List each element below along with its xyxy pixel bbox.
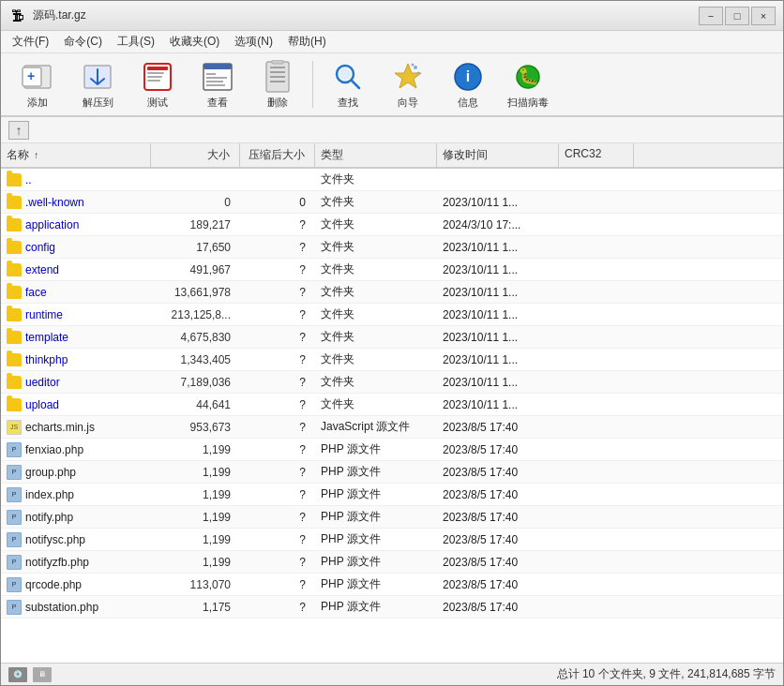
view-icon: [201, 60, 234, 94]
col-header-size[interactable]: 大小: [151, 143, 240, 167]
file-packed-cell: ?: [240, 373, 315, 392]
up-button[interactable]: ↑: [8, 121, 29, 140]
menu-item-收藏夹(O)[interactable]: 收藏夹(O): [162, 32, 227, 52]
file-type-cell: PHP 源文件: [315, 506, 437, 528]
toolbar-btn-virus[interactable]: 🐛扫描病毒: [499, 57, 557, 112]
test-icon: [141, 60, 174, 94]
menu-item-文件(F)[interactable]: 文件(F): [5, 32, 56, 52]
file-modified-cell: 2023/10/11 1...: [437, 261, 559, 279]
table-row[interactable]: thinkphp1,343,405?文件夹2023/10/11 1...: [1, 349, 783, 371]
file-crc-cell: [559, 290, 634, 295]
file-packed-cell: ?: [240, 238, 315, 257]
menu-item-选项(N)[interactable]: 选项(N): [227, 32, 280, 52]
table-row[interactable]: Pfenxiao.php1,199?PHP 源文件2023/8/5 17:40: [1, 439, 783, 461]
table-row[interactable]: upload44,641?文件夹2023/10/11 1...: [1, 394, 783, 416]
file-name-cell: Psubstation.php: [1, 597, 151, 618]
wizard-icon: [391, 60, 425, 94]
toolbar-btn-wizard[interactable]: 向导: [379, 57, 437, 112]
toolbar-btn-find[interactable]: 查找: [319, 57, 377, 112]
svg-rect-5: [147, 67, 168, 70]
svg-point-23: [339, 68, 351, 80]
find-icon: [331, 60, 365, 94]
col-header-modified[interactable]: 修改时间: [437, 143, 559, 167]
file-packed-cell: ?: [240, 283, 315, 302]
extract-icon: [81, 60, 114, 94]
table-row[interactable]: .well-known00文件夹2023/10/11 1...: [1, 191, 783, 214]
toolbar-btn-delete[interactable]: 删除: [249, 57, 307, 112]
file-modified-cell: 2023/8/5 17:40: [437, 440, 559, 459]
file-type-cell: 文件夹: [315, 214, 437, 235]
maximize-button[interactable]: □: [725, 7, 749, 25]
table-row[interactable]: Pnotifyzfb.php1,199?PHP 源文件2023/8/5 17:4…: [1, 551, 783, 574]
file-list-container[interactable]: 名称 ↑ 大小 压缩后大小 类型 修改时间 CRC32 ..文件夹.well-k…: [1, 143, 783, 663]
table-row[interactable]: JSecharts.min.js953,673?JavaScript 源文件20…: [1, 416, 783, 439]
file-crc-cell: [559, 582, 634, 588]
file-name-text: index.php: [25, 488, 74, 501]
table-row[interactable]: Pgroup.php1,199?PHP 源文件2023/8/5 17:40: [1, 461, 783, 484]
toolbar-btn-extract[interactable]: 解压到: [68, 57, 127, 112]
table-row[interactable]: extend491,967?文件夹2023/10/11 1...: [1, 259, 783, 281]
table-row[interactable]: Pnotify.php1,199?PHP 源文件2023/8/5 17:40: [1, 506, 783, 529]
col-header-type[interactable]: 类型: [315, 143, 437, 167]
table-row[interactable]: application189,217?文件夹2024/3/10 17:...: [1, 214, 783, 236]
folder-icon: [7, 286, 22, 299]
close-button[interactable]: ×: [751, 7, 776, 25]
toolbar-label-delete: 删除: [267, 96, 288, 110]
file-name-text: notify.php: [25, 511, 73, 524]
menu-item-命令(C)[interactable]: 命令(C): [56, 32, 110, 52]
drive-usb-icon[interactable]: 🖥: [33, 667, 52, 682]
file-size-cell: 1,199: [151, 463, 240, 482]
file-type-cell: PHP 源文件: [315, 574, 437, 595]
table-row[interactable]: Pnotifysc.php1,199?PHP 源文件2023/8/5 17:40: [1, 529, 783, 551]
col-header-name[interactable]: 名称 ↑: [1, 143, 151, 167]
table-row[interactable]: Pqrcode.php113,070?PHP 源文件2023/8/5 17:40: [1, 574, 783, 596]
file-name-text: ..: [25, 173, 32, 186]
menu-item-帮助(H)[interactable]: 帮助(H): [280, 32, 334, 52]
file-name-cell: Pnotify.php: [1, 507, 151, 528]
svg-rect-14: [206, 84, 225, 86]
file-packed-cell: ?: [240, 350, 315, 369]
toolbar-separator: [312, 61, 313, 108]
folder-icon: [7, 173, 22, 186]
file-name-text: group.php: [25, 466, 76, 479]
file-type-cell: 文件夹: [315, 304, 437, 325]
table-row[interactable]: Psubstation.php1,175?PHP 源文件2023/8/5 17:…: [1, 596, 783, 619]
table-row[interactable]: ueditor7,189,036?文件夹2023/10/11 1...: [1, 371, 783, 394]
virus-icon: 🐛: [511, 60, 545, 94]
svg-line-22: [352, 81, 359, 88]
file-packed-cell: ?: [240, 463, 315, 482]
php-file-icon: P: [7, 600, 22, 615]
window-title: 源码.tar.gz: [33, 7, 699, 23]
file-size-cell: 1,199: [151, 440, 240, 459]
file-crc-cell: [559, 335, 634, 340]
toolbar-btn-test[interactable]: 测试: [128, 57, 187, 112]
col-header-crc[interactable]: CRC32: [559, 143, 634, 167]
folder-icon: [7, 196, 22, 209]
table-row[interactable]: Pindex.php1,199?PHP 源文件2023/8/5 17:40: [1, 484, 783, 506]
table-row[interactable]: ..文件夹: [1, 169, 783, 191]
menu-item-工具(S)[interactable]: 工具(S): [110, 32, 162, 52]
toolbar-btn-info[interactable]: i信息: [439, 57, 497, 112]
toolbar-btn-add[interactable]: +添加: [8, 57, 67, 112]
svg-rect-13: [206, 81, 223, 82]
table-row[interactable]: config17,650?文件夹2023/10/11 1...: [1, 236, 783, 259]
file-size-cell: 1,199: [151, 530, 240, 549]
file-modified-cell: 2023/10/11 1...: [437, 283, 559, 302]
col-header-packed[interactable]: 压缩后大小: [240, 143, 315, 167]
main-window: 🗜 源码.tar.gz − □ × 文件(F)命令(C)工具(S)收藏夹(O)选…: [0, 0, 784, 686]
minimize-button[interactable]: −: [699, 7, 723, 25]
table-row[interactable]: face13,661,978?文件夹2023/10/11 1...: [1, 281, 783, 304]
table-row[interactable]: template4,675,830?文件夹2023/10/11 1...: [1, 326, 783, 349]
toolbar-btn-view[interactable]: 查看: [188, 57, 247, 112]
table-row[interactable]: runtime213,125,8...?文件夹2023/10/11 1...: [1, 304, 783, 326]
file-name-text: runtime: [25, 308, 63, 321]
file-name-text: ueditor: [25, 376, 60, 389]
drive-c-icon[interactable]: 💿: [8, 667, 27, 682]
file-packed-cell: ?: [240, 485, 315, 504]
file-size-cell: 1,199: [151, 553, 240, 572]
svg-rect-20: [272, 60, 283, 64]
toolbar-label-view: 查看: [207, 96, 228, 110]
file-size-cell: 13,661,978: [151, 283, 240, 302]
delete-icon: [261, 60, 294, 94]
php-file-icon: P: [7, 442, 22, 457]
